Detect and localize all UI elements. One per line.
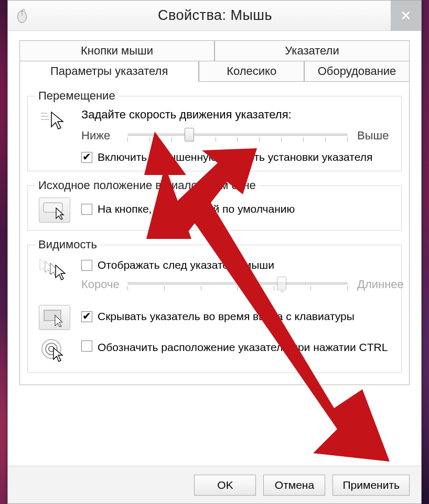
pointer-trails-checkbox[interactable]: [81, 260, 92, 271]
apply-button[interactable]: Применить: [333, 475, 410, 496]
window-title: Свойства: Мышь: [30, 7, 421, 24]
tab-buttons[interactable]: Кнопки мыши: [19, 40, 214, 61]
tab-pointer-options[interactable]: Параметры указателя: [19, 61, 199, 82]
titlebar: Свойства: Мышь ✕: [8, 1, 421, 31]
cursor-speed-icon: [40, 108, 69, 134]
mouse-properties-window: Свойства: Мышь ✕ Кнопки мыши Указатели П…: [7, 0, 422, 504]
pointer-trails-slider: [127, 276, 348, 293]
cancel-button[interactable]: Отмена: [263, 475, 325, 496]
pointer-speed-label: Задайте скорость движения указателя:: [81, 108, 394, 122]
slider-label-slow: Ниже: [81, 129, 118, 143]
group-snap-to: Исходное положение в диалоговом окне: [27, 179, 402, 231]
pointer-trails-thumb: [277, 277, 286, 290]
tab-hardware[interactable]: Оборудование: [304, 61, 410, 82]
snap-to-default-label: На кнопке, выбираемой по умолчанию: [98, 203, 295, 215]
hide-while-typing-checkbox[interactable]: [81, 311, 92, 322]
mouse-icon: [14, 8, 30, 24]
tab-wheel[interactable]: Колесико: [199, 61, 304, 82]
group-snap-to-legend: Исходное положение в диалоговом окне: [35, 179, 259, 192]
group-motion: Перемещение: [27, 89, 402, 171]
pointer-speed-slider-row: Ниже Выше: [81, 127, 394, 145]
pointer-speed-thumb[interactable]: [185, 128, 194, 141]
dialog-content: Кнопки мыши Указатели Параметры указател…: [8, 31, 421, 466]
slider-label-fast: Выше: [357, 129, 394, 143]
close-button[interactable]: ✕: [391, 1, 421, 31]
group-visibility-legend: Видимость: [35, 238, 100, 251]
group-motion-legend: Перемещение: [35, 89, 119, 103]
group-visibility: Видимость: [27, 238, 402, 373]
ctrl-locate-icon: [40, 337, 69, 365]
ok-button[interactable]: OK: [194, 475, 256, 496]
hide-while-typing-label: Скрывать указатель во время ввода с клав…: [98, 310, 355, 323]
ctrl-locate-checkbox[interactable]: [81, 341, 92, 352]
ctrl-locate-label: Обозначить расположение указателя при на…: [98, 341, 388, 354]
snap-to-icon: [39, 198, 70, 223]
tab-panel: Перемещение: [19, 82, 410, 385]
tab-pointers[interactable]: Указатели: [214, 40, 410, 61]
pointer-trails-label: Отображать след указателя мыши: [98, 259, 274, 271]
dialog-button-bar: OK Отмена Применить: [8, 466, 421, 503]
snap-to-default-checkbox[interactable]: [81, 204, 92, 215]
pointer-speed-slider[interactable]: [127, 127, 348, 145]
close-icon: ✕: [400, 8, 412, 24]
pointer-trails-icon: [38, 257, 71, 284]
tab-strip: Кнопки мыши Указатели Параметры указател…: [19, 40, 410, 82]
trail-label-short: Короче: [81, 278, 118, 291]
enhance-precision-checkbox[interactable]: [81, 152, 92, 163]
enhance-precision-label: Включить повышенную точность установки у…: [98, 151, 372, 163]
trail-label-long: Длиннее: [357, 278, 394, 291]
hide-typing-icon: [39, 305, 70, 330]
